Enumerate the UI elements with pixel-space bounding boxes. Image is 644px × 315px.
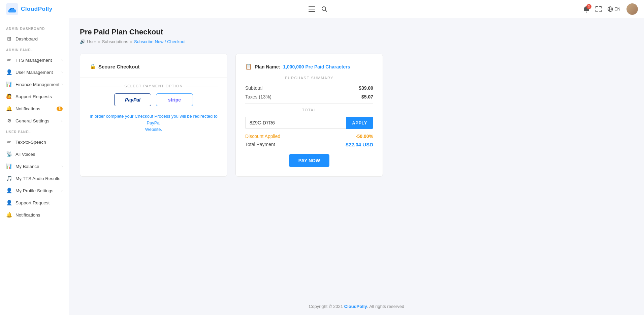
sidebar-item-support-requests[interactable]: 🙋 Support Requests [0, 90, 69, 103]
main-content: Pre Paid Plan Checkout 🔊 User » Subscrip… [69, 18, 644, 298]
plan-header: 📋 Plan Name: 1,000,000 Pre Paid Characte… [245, 63, 373, 70]
checkout-grid: 🔒 Secure Checkout SELECT PAYMENT OPTION … [80, 54, 383, 177]
sidebar-label-tts-mgmt: TTS Management [15, 58, 52, 63]
breadcrumb-icon: 🔊 [80, 39, 85, 44]
sidebar-item-user-management[interactable]: 👤 User Management › [0, 66, 69, 78]
top-header: CloudPolly 2 EN [0, 0, 644, 18]
subtotal-label: Subtotal [245, 85, 262, 91]
profile-icon: 👤 [6, 188, 12, 194]
sidebar-label-balance: My Balance [15, 164, 39, 169]
balance-icon: 📊 [6, 163, 12, 169]
secure-checkout-card: 🔒 Secure Checkout SELECT PAYMENT OPTION … [80, 54, 227, 177]
chevron-icon: › [61, 82, 63, 86]
plan-icon: 📋 [245, 63, 252, 70]
user-mgmt-icon: 👤 [6, 69, 12, 75]
header-left-actions [309, 6, 327, 12]
breadcrumb: 🔊 User » Subscriptions » Subscribe Now /… [80, 39, 633, 44]
breadcrumb-user: User [87, 39, 96, 44]
sidebar-label-dashboard: Dashboard [15, 36, 38, 41]
sidebar-item-dashboard[interactable]: ⊞ Dashboard [0, 33, 69, 45]
lock-icon: 🔒 [90, 63, 96, 69]
paypal-button[interactable]: PayPal [114, 93, 151, 106]
chevron-icon: › [61, 70, 63, 74]
svg-rect-2 [309, 9, 315, 9]
sidebar-item-my-balance[interactable]: 📊 My Balance › [0, 160, 69, 172]
sidebar-item-finance-management[interactable]: 📊 Finance Management › [0, 78, 69, 90]
sidebar-label-user-mgmt: User Management [15, 70, 53, 75]
sidebar-label-settings: General Settings [15, 118, 50, 123]
hamburger-icon[interactable] [309, 6, 315, 12]
sidebar-label-voices: All Voices [15, 152, 35, 157]
footer-brand-link[interactable]: CloudPolly [344, 304, 367, 309]
sidebar-label-finance-mgmt: Finance Management [15, 82, 60, 87]
footer: Copyright © 2021 CloudPolly. All rights … [69, 298, 644, 315]
secure-checkout-title: 🔒 Secure Checkout [90, 63, 218, 69]
coupon-input[interactable] [245, 117, 346, 129]
total-label: TOTAL [245, 108, 373, 112]
sidebar-section-admin-dashboard: ADMIN DASHBOARD [0, 24, 69, 33]
search-icon[interactable] [321, 6, 327, 12]
breadcrumb-subscriptions: Subscriptions [102, 39, 128, 44]
svg-rect-3 [309, 11, 315, 12]
svg-point-6 [586, 11, 587, 12]
redirect-message: In order complete your Checkout Process … [90, 113, 218, 133]
coupon-row: APPLY [245, 117, 373, 129]
sidebar: ADMIN DASHBOARD ⊞ Dashboard ADMIN PANEL … [0, 18, 69, 315]
taxes-label: Taxes (13%) [245, 94, 271, 99]
notification-icon[interactable]: 2 [583, 6, 589, 12]
discount-label: Discount Applied [245, 134, 280, 139]
pay-now-button[interactable]: PAY NOW [289, 154, 329, 167]
plan-label: Plan Name: [255, 64, 280, 69]
purchase-summary-label: PURCHASE SUMMARY [245, 76, 373, 80]
language-selector[interactable]: EN [608, 6, 620, 12]
notif-user-icon: 🔔 [6, 212, 12, 218]
language-label: EN [614, 6, 620, 11]
sidebar-item-my-tts-audio[interactable]: 🎵 My TTS Audio Results [0, 172, 69, 184]
svg-rect-1 [309, 6, 315, 7]
chevron-icon: › [61, 189, 63, 193]
plan-name-link[interactable]: 1,000,000 Pre Paid Characters [283, 64, 350, 69]
logo[interactable]: CloudPolly [6, 3, 53, 15]
sidebar-section-user-panel: USER PANEL [0, 127, 69, 136]
settings-icon: ⚙ [6, 118, 12, 124]
sidebar-item-support-request-user[interactable]: 👤 Support Request [0, 197, 69, 209]
chevron-icon: › [61, 119, 63, 123]
user-avatar[interactable] [626, 3, 638, 15]
footer-text: Copyright © 2021 CloudPolly. All rights … [309, 304, 404, 309]
subtotal-row: Subtotal $39.00 [245, 85, 373, 91]
sidebar-item-general-settings[interactable]: ⚙ General Settings › [0, 115, 69, 127]
support-icon: 🙋 [6, 93, 12, 99]
discount-amount: -50.00% [356, 134, 373, 139]
sidebar-item-tts-management[interactable]: ✏ TTS Management › [0, 54, 69, 66]
chevron-icon: › [61, 164, 63, 168]
sidebar-item-notifications-user[interactable]: 🔔 Notifications [0, 209, 69, 221]
total-payment-amount: $22.04 USD [346, 142, 373, 147]
sidebar-item-all-voices[interactable]: 📡 All Voices [0, 148, 69, 160]
sidebar-item-text-to-speech[interactable]: ✏ Text-to-Speech [0, 136, 69, 148]
audio-icon: 🎵 [6, 175, 12, 181]
total-divider [245, 104, 373, 104]
breadcrumb-current[interactable]: Subscribe Now / Checkout [134, 39, 186, 44]
divider [80, 78, 227, 78]
taxes-amount: $5.07 [361, 94, 373, 99]
notification-badge: 2 [586, 4, 591, 9]
stripe-button[interactable]: stripe [156, 93, 193, 106]
sidebar-label-support: Support Requests [15, 94, 52, 99]
sidebar-label-notifications-user: Notifications [15, 212, 40, 218]
sidebar-item-notifications-admin[interactable]: 🔔 Notifications 6 [0, 103, 69, 115]
sidebar-label-profile: My Profile Settings [15, 188, 54, 193]
fullscreen-icon[interactable] [595, 6, 602, 12]
sidebar-item-my-profile-settings[interactable]: 👤 My Profile Settings › [0, 184, 69, 197]
tts-mgmt-icon: ✏ [6, 57, 12, 63]
total-payment-label: Total Payment [245, 142, 275, 147]
notifications-badge: 6 [57, 107, 63, 111]
header-right-actions: 2 EN [583, 3, 638, 15]
discount-row: Discount Applied -50.00% [245, 134, 373, 139]
svg-line-5 [325, 10, 327, 11]
tts-icon: ✏ [6, 139, 12, 145]
apply-coupon-button[interactable]: APPLY [346, 117, 373, 129]
sidebar-label-audio: My TTS Audio Results [15, 176, 60, 181]
sidebar-label-notifications-admin: Notifications [15, 106, 40, 111]
support-user-icon: 👤 [6, 200, 12, 206]
subtotal-amount: $39.00 [359, 85, 373, 91]
